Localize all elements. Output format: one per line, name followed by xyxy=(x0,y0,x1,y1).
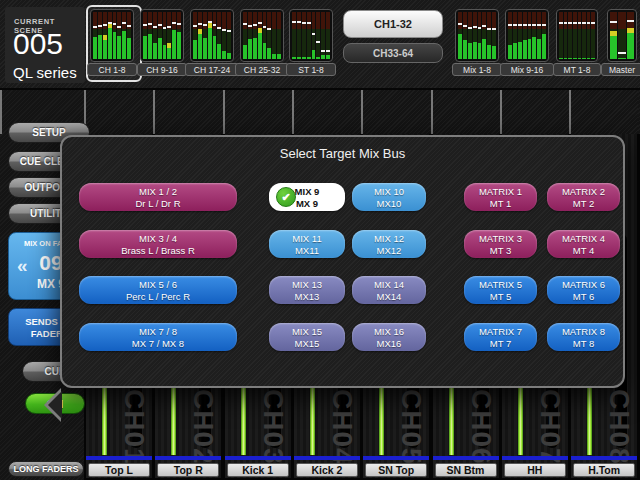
layer-button-ch1-32[interactable]: CH1-32 xyxy=(343,10,443,38)
meter-level xyxy=(208,28,212,59)
meter-block-ch-25-32[interactable] xyxy=(240,9,284,62)
mix-bus-button-line1: MATRIX 7 xyxy=(464,326,537,338)
channel-name-label[interactable]: H.Tom xyxy=(573,463,635,477)
scene-number: 005 xyxy=(13,27,63,61)
fader-position-mark xyxy=(316,41,320,43)
mix-bus-button-matrix-5[interactable]: MATRIX 5MT 5 xyxy=(464,276,537,304)
fader-position-mark xyxy=(564,22,568,24)
meter-level xyxy=(482,39,486,59)
channel-color-bar xyxy=(571,456,637,460)
mix-bus-button-mix-5-6[interactable]: MIX 5 / 6Perc L / Perc R xyxy=(79,276,237,304)
mix-bus-button-matrix-6[interactable]: MATRIX 6MT 6 xyxy=(547,276,620,304)
mix-bus-button-line2: MT 1 xyxy=(464,198,537,210)
mix-bus-button-matrix-8[interactable]: MATRIX 8MT 8 xyxy=(547,323,620,351)
channel-color-bar xyxy=(225,456,291,460)
meter-bar xyxy=(326,12,330,59)
meter-bar xyxy=(248,12,252,59)
meter-level xyxy=(523,40,527,59)
mix-bus-button-line2: MX14 xyxy=(352,291,426,303)
meter-block-ch-1-8[interactable] xyxy=(90,9,134,62)
meter-bar xyxy=(302,12,306,59)
meter-bar xyxy=(508,12,512,59)
meter-level xyxy=(222,51,226,59)
mix-bus-button-line1: MIX 7 / 8 xyxy=(79,326,237,338)
mix-bus-button-mix-14[interactable]: MIX 14MX14 xyxy=(352,276,426,304)
meter-block-mix-9-16[interactable] xyxy=(505,9,549,62)
meter-bar xyxy=(208,12,212,59)
meter-level xyxy=(478,43,482,59)
mix-bus-button-mix-15[interactable]: MIX 15MX15 xyxy=(269,323,345,351)
channel-name-label[interactable]: SN Btm xyxy=(435,463,497,477)
meter-level xyxy=(591,58,595,59)
fader-position-mark xyxy=(292,21,296,23)
mix-bus-button-matrix-2[interactable]: MATRIX 2MT 2 xyxy=(547,183,620,211)
mix-bus-button-matrix-7[interactable]: MATRIX 7MT 7 xyxy=(464,323,537,351)
meter-block-master[interactable] xyxy=(607,9,637,62)
mix-bus-button-mix-11[interactable]: MIX 11MX11 xyxy=(269,230,345,258)
meter-bar xyxy=(482,12,486,59)
layer-button-ch33-64[interactable]: CH33-64 xyxy=(343,43,443,63)
meter-bar xyxy=(610,12,617,59)
meter-bar xyxy=(243,12,247,59)
mix-bus-button-mix-7-8[interactable]: MIX 7 / 8MX 7 / MX 8 xyxy=(79,323,237,351)
mix-bus-button-line2: MT 6 xyxy=(547,291,620,303)
mix-bus-button-line2: MX16 xyxy=(352,338,426,350)
mix-bus-button-mix-16[interactable]: MIX 16MX16 xyxy=(352,323,426,351)
fader-position-mark xyxy=(193,25,197,27)
current-scene-panel[interactable]: CURRENT SCENE 005 QL series xyxy=(5,7,85,83)
mix-bus-button-line1: MATRIX 1 xyxy=(464,186,537,198)
channel-name-label[interactable]: Kick 2 xyxy=(296,463,358,477)
meter-level xyxy=(573,58,577,59)
channel-color-bar xyxy=(502,456,568,460)
meter-bar xyxy=(518,12,522,59)
mix-bus-button-mix-13[interactable]: MIX 13MX13 xyxy=(269,276,345,304)
mix-bus-button-matrix-4[interactable]: MATRIX 4MT 4 xyxy=(547,230,620,258)
meter-bar xyxy=(559,12,563,59)
meter-level xyxy=(518,42,522,59)
fader-position-mark xyxy=(559,22,563,24)
meter-bar xyxy=(307,12,311,59)
channel-name-label[interactable]: HH xyxy=(504,463,566,477)
meter-bar xyxy=(627,12,634,59)
meter-level xyxy=(542,34,546,59)
meter-level xyxy=(103,40,107,59)
long-faders-button[interactable]: LONG FADERS xyxy=(8,461,84,477)
meter-block-ch-17-24[interactable] xyxy=(190,9,234,62)
fader-position-mark xyxy=(203,24,207,26)
meter-level xyxy=(582,58,586,59)
meter-block-st-1-8[interactable] xyxy=(289,9,333,62)
meter-bar xyxy=(258,12,262,59)
channel-name-label[interactable]: Top L xyxy=(88,463,150,477)
meter-bar xyxy=(487,12,491,59)
dialog-title: Select Target Mix Bus xyxy=(62,146,623,161)
meter-block-mt-1-8[interactable] xyxy=(556,9,598,62)
mix-bus-button-line2: MT 5 xyxy=(464,291,537,303)
channel-color-bar xyxy=(86,456,152,460)
mix-bus-button-mix-12[interactable]: MIX 12MX12 xyxy=(352,230,426,258)
channel-name-label[interactable]: SN Top xyxy=(365,463,427,477)
mix-bus-button-matrix-3[interactable]: MATRIX 3MT 3 xyxy=(464,230,537,258)
fader-position-mark xyxy=(227,30,231,32)
mix-bus-button-mix-9[interactable]: ✔MIX 9MX 9 xyxy=(269,183,345,211)
fader-position-mark xyxy=(213,24,217,26)
meter-bar xyxy=(316,12,320,59)
mix-bus-button-line1: MATRIX 4 xyxy=(547,233,620,245)
meter-bar xyxy=(297,12,301,59)
mix-bus-button-mix-3-4[interactable]: MIX 3 / 4Brass L / Brass R xyxy=(79,230,237,258)
fader-position-mark xyxy=(532,24,536,26)
channel-cell-ch03 xyxy=(223,90,292,134)
meter-bar xyxy=(127,12,131,59)
meter-level xyxy=(528,39,532,59)
fader-position-mark xyxy=(458,23,462,25)
mix-bus-button-matrix-1[interactable]: MATRIX 1MT 1 xyxy=(464,183,537,211)
meter-block-mix-1-8[interactable] xyxy=(455,9,499,62)
meter-bar xyxy=(143,12,147,59)
channel-name-label[interactable]: Kick 1 xyxy=(227,463,289,477)
mix-bus-button-mix-1-2[interactable]: MIX 1 / 2Dr L / Dr R xyxy=(79,183,237,211)
fader-position-mark xyxy=(113,23,117,25)
channel-color-bar xyxy=(155,456,221,460)
meter-block-ch-9-16[interactable] xyxy=(140,9,184,62)
meter-bar xyxy=(587,12,591,59)
mix-bus-button-mix-10[interactable]: MIX 10MX10 xyxy=(352,183,426,211)
channel-name-label[interactable]: Top R xyxy=(157,463,219,477)
